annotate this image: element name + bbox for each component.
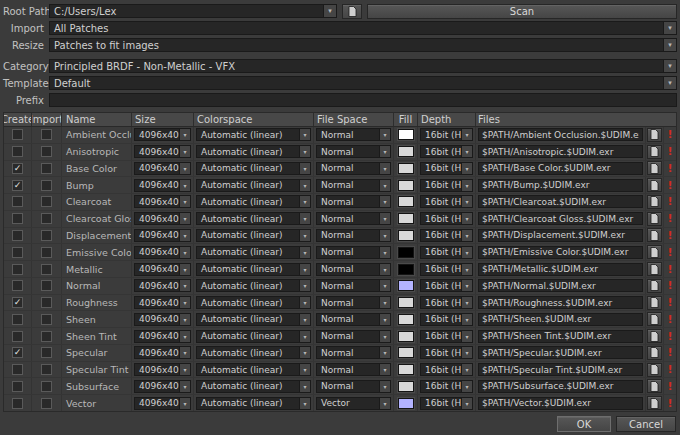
depth-select[interactable]: 16bit (Half)▾ (420, 313, 473, 326)
file-space-select[interactable]: Normal▾ (316, 296, 391, 309)
create-checkbox[interactable]: ✓ (12, 347, 23, 358)
chevron-down-icon[interactable]: ▾ (663, 22, 676, 34)
browse-file-button[interactable] (647, 296, 662, 310)
file-path-input[interactable] (478, 179, 643, 192)
file-space-select[interactable]: Normal▾ (316, 179, 391, 192)
create-checkbox[interactable] (12, 146, 23, 157)
depth-select[interactable]: 16bit (Half)▾ (420, 195, 473, 208)
file-space-select[interactable]: Normal▾ (316, 145, 391, 158)
file-space-select[interactable]: Normal▾ (316, 380, 391, 393)
chevron-down-icon[interactable]: ▾ (663, 77, 676, 89)
browse-file-button[interactable] (647, 228, 662, 242)
colorspace-select[interactable]: Automatic (linear)▾ (196, 145, 311, 158)
template-select[interactable]: Default ▾ (49, 76, 677, 90)
colorspace-select[interactable]: Automatic (linear)▾ (196, 246, 311, 259)
fill-color-swatch[interactable] (398, 230, 414, 241)
depth-select[interactable]: 16bit (Half)▾ (420, 346, 473, 359)
import-checkbox[interactable] (41, 230, 52, 241)
depth-select[interactable]: 16bit (Half)▾ (420, 263, 473, 276)
browse-file-button[interactable] (647, 262, 662, 276)
import-checkbox[interactable] (41, 297, 52, 308)
fill-color-swatch[interactable] (398, 213, 414, 224)
depth-select[interactable]: 16bit (Half)▾ (420, 212, 473, 225)
depth-select[interactable]: 16bit (Half)▾ (420, 296, 473, 309)
import-checkbox[interactable] (41, 163, 52, 174)
colorspace-select[interactable]: Automatic (linear)▾ (196, 346, 311, 359)
colorspace-select[interactable]: Automatic (linear)▾ (196, 162, 311, 175)
depth-select[interactable]: 16bit (Half)▾ (420, 145, 473, 158)
colorspace-select[interactable]: Automatic (linear)▾ (196, 263, 311, 276)
size-select[interactable]: 4096x4096▾ (134, 162, 191, 175)
colorspace-select[interactable]: Automatic (linear)▾ (196, 313, 311, 326)
import-checkbox[interactable] (41, 264, 52, 275)
depth-select[interactable]: 16bit (Half)▾ (420, 397, 473, 410)
file-space-select[interactable]: Vector▾ (316, 397, 391, 410)
import-checkbox[interactable] (41, 146, 52, 157)
depth-select[interactable]: 16bit (Half)▾ (420, 246, 473, 259)
file-space-select[interactable]: Normal▾ (316, 162, 391, 175)
size-select[interactable]: 4096x4096▾ (134, 263, 191, 276)
file-path-input[interactable] (478, 346, 643, 359)
file-space-select[interactable]: Normal▾ (316, 279, 391, 292)
file-path-input[interactable] (478, 145, 643, 158)
depth-select[interactable]: 16bit (Half)▾ (420, 179, 473, 192)
file-path-input[interactable] (478, 313, 643, 326)
browse-file-button[interactable] (647, 178, 662, 192)
chevron-down-icon[interactable]: ▾ (323, 5, 336, 17)
create-checkbox[interactable] (12, 314, 23, 325)
depth-select[interactable]: 16bit (Half)▾ (420, 330, 473, 343)
import-checkbox[interactable] (41, 331, 52, 342)
fill-color-swatch[interactable] (398, 264, 414, 275)
import-select[interactable]: All Patches ▾ (49, 21, 677, 35)
file-path-input[interactable] (478, 279, 643, 292)
create-checkbox[interactable] (12, 364, 23, 375)
file-path-input[interactable] (478, 246, 643, 259)
file-space-select[interactable]: Normal▾ (316, 363, 391, 376)
fill-color-swatch[interactable] (398, 146, 414, 157)
import-checkbox[interactable] (41, 398, 52, 409)
colorspace-select[interactable]: Automatic (linear)▾ (196, 397, 311, 410)
colorspace-select[interactable]: Automatic (linear)▾ (196, 330, 311, 343)
import-checkbox[interactable] (41, 381, 52, 392)
category-select[interactable]: Principled BRDF - Non-Metallic - VFX ▾ (49, 59, 677, 73)
fill-color-swatch[interactable] (398, 180, 414, 191)
browse-file-button[interactable] (647, 195, 662, 209)
file-path-input[interactable] (478, 263, 643, 276)
file-path-input[interactable] (478, 330, 643, 343)
prefix-input[interactable] (49, 93, 677, 107)
create-checkbox[interactable] (12, 129, 23, 140)
fill-color-swatch[interactable] (398, 398, 414, 409)
size-select[interactable]: 4096x4096▾ (134, 246, 191, 259)
import-checkbox[interactable] (41, 347, 52, 358)
file-path-input[interactable] (478, 229, 643, 242)
size-select[interactable]: 4096x4096▾ (134, 212, 191, 225)
create-checkbox[interactable]: ✓ (12, 297, 23, 308)
fill-color-swatch[interactable] (398, 280, 414, 291)
file-space-select[interactable]: Normal▾ (316, 246, 391, 259)
colorspace-select[interactable]: Automatic (linear)▾ (196, 179, 311, 192)
colorspace-select[interactable]: Automatic (linear)▾ (196, 363, 311, 376)
depth-select[interactable]: 16bit (Half)▾ (420, 229, 473, 242)
size-select[interactable]: 4096x4096▾ (134, 179, 191, 192)
fill-color-swatch[interactable] (398, 297, 414, 308)
size-select[interactable]: 4096x4096▾ (134, 346, 191, 359)
scan-button[interactable]: Scan (367, 4, 677, 19)
file-space-select[interactable]: Normal▾ (316, 128, 391, 141)
browse-file-button[interactable] (647, 161, 662, 175)
fill-color-swatch[interactable] (398, 381, 414, 392)
file-path-input[interactable] (478, 212, 643, 225)
browse-file-button[interactable] (647, 128, 662, 142)
browse-file-button[interactable] (647, 346, 662, 360)
file-space-select[interactable]: Normal▾ (316, 212, 391, 225)
create-checkbox[interactable] (12, 264, 23, 275)
depth-select[interactable]: 16bit (Half)▾ (420, 363, 473, 376)
chevron-down-icon[interactable]: ▾ (663, 39, 676, 51)
file-path-input[interactable] (478, 128, 643, 141)
browse-file-button[interactable] (647, 279, 662, 293)
depth-select[interactable]: 16bit (Half)▾ (420, 128, 473, 141)
create-checkbox[interactable]: ✓ (12, 163, 23, 174)
size-select[interactable]: 4096x4096▾ (134, 380, 191, 393)
fill-color-swatch[interactable] (398, 163, 414, 174)
browse-file-button[interactable] (647, 312, 662, 326)
file-space-select[interactable]: Normal▾ (316, 330, 391, 343)
